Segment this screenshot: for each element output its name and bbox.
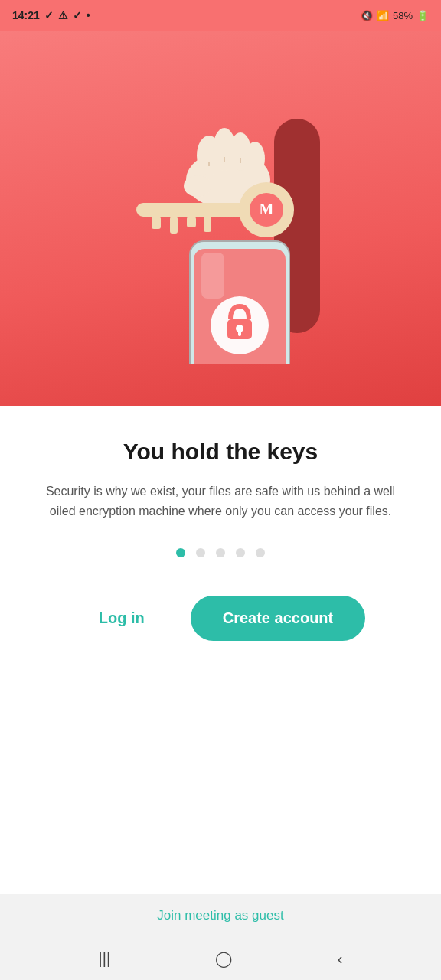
dot-4[interactable] — [236, 548, 245, 557]
pagination-dots — [176, 548, 265, 557]
status-bar: 14:21 ✓ ⚠ ✓ • 🔇 📶 58% 🔋 — [0, 0, 441, 31]
warning-icon: ⚠ — [58, 9, 68, 21]
dot-2[interactable] — [196, 548, 205, 557]
svg-text:M: M — [260, 201, 274, 217]
android-nav-bar: ||| ◯ ‹ — [0, 937, 441, 980]
guest-link[interactable]: Join meeting as guest — [157, 908, 283, 923]
page-title: You hold the keys — [123, 436, 318, 466]
svg-rect-17 — [204, 217, 211, 232]
dot-5[interactable] — [256, 548, 265, 557]
signal-icon: 📶 — [377, 10, 389, 21]
guest-bar: Join meeting as guest — [0, 894, 441, 937]
svg-rect-14 — [152, 217, 161, 229]
back-nav-icon[interactable]: ‹ — [338, 950, 343, 968]
dot-icon: • — [87, 9, 90, 21]
svg-rect-16 — [187, 217, 196, 227]
check2-icon: ✓ — [73, 9, 82, 21]
status-right: 🔇 📶 58% 🔋 — [361, 10, 429, 21]
content-area: You hold the keys Security is why we exi… — [0, 406, 441, 894]
hero-illustration: M — [0, 31, 441, 406]
mute-icon: 🔇 — [361, 10, 373, 21]
svg-rect-10 — [136, 203, 255, 217]
status-left: 14:21 ✓ ⚠ ✓ • — [12, 9, 90, 21]
login-button[interactable]: Log in — [76, 599, 168, 638]
svg-point-6 — [184, 175, 211, 197]
svg-rect-20 — [201, 253, 224, 299]
battery-icon: 🔋 — [416, 10, 429, 21]
create-account-button[interactable]: Create account — [191, 596, 366, 641]
battery-display: 58% — [393, 10, 413, 21]
home-nav-icon[interactable]: ◯ — [215, 949, 232, 968]
svg-point-5 — [245, 142, 265, 175]
hero-svg: M — [90, 73, 351, 364]
check-icon: ✓ — [44, 9, 54, 21]
dot-1[interactable] — [176, 548, 185, 557]
menu-nav-icon[interactable]: ||| — [99, 950, 111, 968]
svg-rect-24 — [238, 331, 241, 336]
time-display: 14:21 — [12, 9, 40, 21]
dot-3[interactable] — [216, 548, 225, 557]
page-subtitle: Security is why we exist, your files are… — [37, 482, 404, 521]
svg-rect-15 — [170, 217, 178, 234]
action-buttons: Log in Create account — [44, 596, 397, 641]
